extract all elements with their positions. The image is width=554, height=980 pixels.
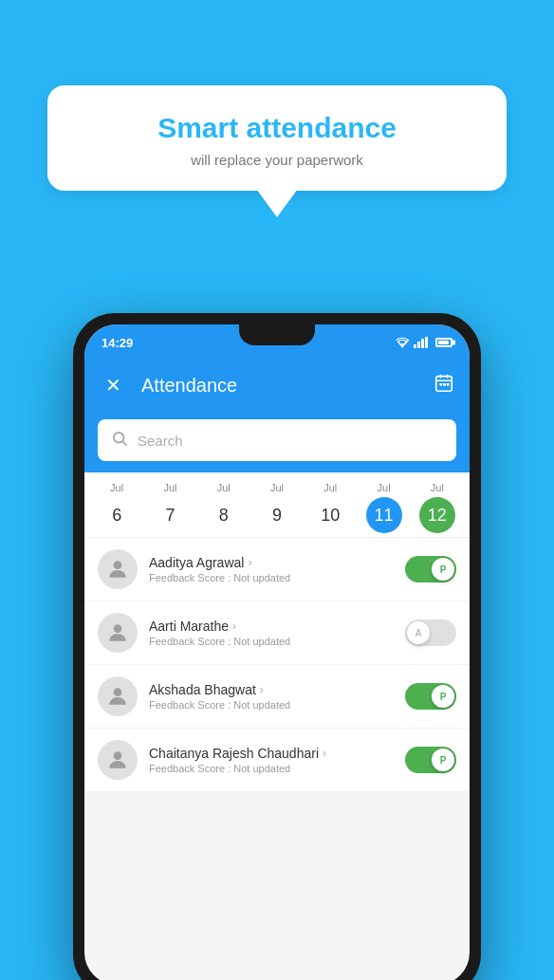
toggle-knob: P <box>432 685 454 708</box>
calendar-day[interactable]: Jul 8 <box>201 482 247 533</box>
cal-date: 10 <box>312 497 348 533</box>
svg-point-0 <box>401 346 403 348</box>
svg-rect-7 <box>447 383 450 386</box>
app-bar: ✕ Attendance <box>84 361 470 410</box>
notch <box>239 324 315 345</box>
svg-point-10 <box>114 561 122 569</box>
student-item[interactable]: Aarti Marathe › Feedback Score : Not upd… <box>84 601 470 665</box>
cal-date: 8 <box>206 497 242 533</box>
calendar-day[interactable]: Jul 12 <box>415 482 460 533</box>
student-item[interactable]: Aaditya Agrawal › Feedback Score : Not u… <box>84 538 470 601</box>
attendance-toggle[interactable]: P <box>405 556 456 582</box>
status-bar: 14:29 <box>84 324 470 361</box>
cal-month: Jul <box>163 482 176 493</box>
calendar-strip: Jul 6 Jul 7 Jul 8 Jul 9 Jul 10 Jul 11 Ju… <box>84 472 470 538</box>
student-item[interactable]: Chaitanya Rajesh Chaudhari › Feedback Sc… <box>84 729 470 792</box>
cal-date: 9 <box>259 497 295 533</box>
calendar-icon[interactable] <box>434 373 454 398</box>
search-container: Search <box>84 410 470 472</box>
feedback-score: Feedback Score : Not updated <box>149 763 394 774</box>
close-button[interactable]: ✕ <box>100 372 126 398</box>
attendance-toggle[interactable]: A <box>405 619 456 646</box>
calendar-day[interactable]: Jul 11 <box>361 482 407 533</box>
avatar <box>98 613 138 653</box>
phone-frame: 14:29 <box>73 313 481 980</box>
person-icon <box>105 557 130 582</box>
cal-month: Jul <box>323 482 337 493</box>
svg-point-12 <box>114 688 122 696</box>
attendance-toggle[interactable]: P <box>405 683 456 710</box>
cal-month: Jul <box>270 482 284 493</box>
cal-month: Jul <box>378 482 391 493</box>
svg-rect-5 <box>439 383 442 386</box>
cal-month: Jul <box>431 482 444 493</box>
avatar <box>98 549 138 589</box>
svg-point-11 <box>114 624 122 633</box>
search-bar[interactable]: Search <box>98 419 456 461</box>
student-info: Akshada Bhagwat › Feedback Score : Not u… <box>149 682 394 711</box>
wifi-icon <box>395 337 410 348</box>
cal-month: Jul <box>110 482 123 493</box>
toggle-knob: A <box>407 621 430 644</box>
cal-date: 11 <box>366 497 402 533</box>
calendar-day[interactable]: Jul 7 <box>147 482 193 533</box>
phone-screen: 14:29 <box>84 324 470 980</box>
calendar-day[interactable]: Jul 6 <box>94 482 139 533</box>
student-info: Chaitanya Rajesh Chaudhari › Feedback Sc… <box>149 746 394 774</box>
student-name: Chaitanya Rajesh Chaudhari › <box>149 746 394 761</box>
student-list: Aaditya Agrawal › Feedback Score : Not u… <box>84 538 470 792</box>
avatar <box>98 740 138 780</box>
chevron-right-icon: › <box>248 556 251 569</box>
cal-date: 6 <box>99 497 135 533</box>
feedback-score: Feedback Score : Not updated <box>149 699 394 711</box>
toggle-knob: P <box>432 558 454 581</box>
svg-point-8 <box>114 433 124 443</box>
search-placeholder: Search <box>138 433 183 449</box>
cal-month: Jul <box>217 482 231 493</box>
attendance-toggle[interactable]: P <box>405 747 456 773</box>
feedback-score: Feedback Score : Not updated <box>149 572 394 583</box>
cal-date: 12 <box>419 497 455 533</box>
speech-bubble: Smart attendance will replace your paper… <box>47 85 507 191</box>
person-icon <box>105 748 130 772</box>
status-time: 14:29 <box>102 336 133 350</box>
calendar-day[interactable]: Jul 10 <box>307 482 353 533</box>
status-icons <box>395 337 452 348</box>
bubble-subtitle: will replace your paperwork <box>76 152 478 168</box>
chevron-right-icon: › <box>323 747 326 760</box>
svg-rect-6 <box>443 383 446 386</box>
cal-date: 7 <box>152 497 188 533</box>
student-item[interactable]: Akshada Bhagwat › Feedback Score : Not u… <box>84 665 470 729</box>
student-name: Aarti Marathe › <box>149 619 394 634</box>
chevron-right-icon: › <box>260 683 264 696</box>
student-name: Akshada Bhagwat › <box>149 682 394 697</box>
student-info: Aaditya Agrawal › Feedback Score : Not u… <box>149 555 394 583</box>
person-icon <box>105 620 130 645</box>
battery-icon <box>435 338 452 347</box>
svg-line-9 <box>122 441 126 445</box>
student-info: Aarti Marathe › Feedback Score : Not upd… <box>149 619 394 647</box>
student-name: Aaditya Agrawal › <box>149 555 394 570</box>
bubble-title: Smart attendance <box>76 112 478 144</box>
chevron-right-icon: › <box>232 619 236 633</box>
search-icon <box>111 430 128 452</box>
feedback-score: Feedback Score : Not updated <box>149 636 394 647</box>
avatar <box>98 676 138 716</box>
toggle-knob: P <box>432 749 454 771</box>
person-icon <box>105 684 130 709</box>
signal-icon <box>414 337 428 348</box>
app-title: Attendance <box>141 375 418 397</box>
calendar-day[interactable]: Jul 9 <box>254 482 300 533</box>
svg-point-13 <box>114 751 122 760</box>
